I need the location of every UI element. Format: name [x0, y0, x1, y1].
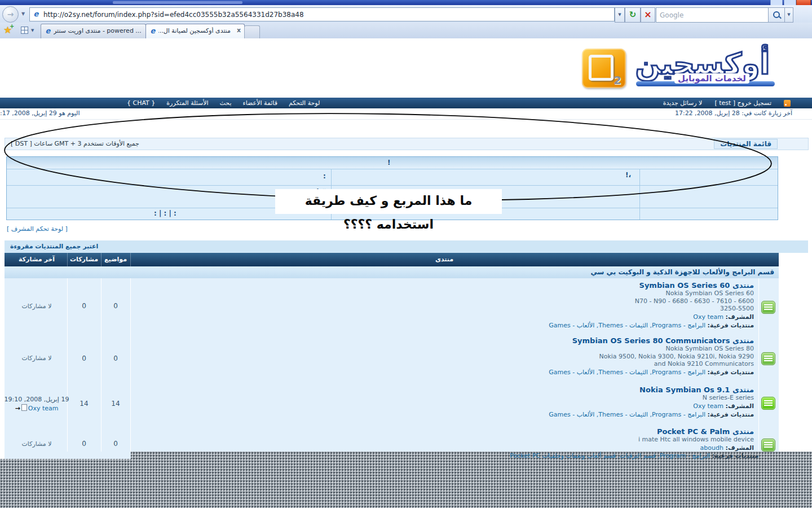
back-button[interactable]: → — [2, 6, 19, 23]
tab-oreet-center[interactable]: e منتدى اوريت سنتر - powered ... — [41, 24, 146, 38]
navbar-left-group: { CHAT } الأسئلة المتكررة بحث قائمة الأع… — [127, 99, 320, 107]
topics-count: 14 — [101, 383, 130, 424]
forum-row: لا مشاركات 0 0 منتدى Symbian OS Series 8… — [5, 334, 779, 384]
window-titlebar — [0, 0, 812, 5]
browser-address-toolbar: → ▼ e ▼ ↻ × ▼ — [0, 5, 812, 23]
subforums-label: منتديات فرعية: — [708, 411, 754, 418]
navbar-right-group: لا رسائل جديدة تسجيل خروج [ test ] — [663, 99, 791, 107]
category-title[interactable]: قسم البرامج والألعاب للاجهزة الذكية و ال… — [590, 268, 774, 276]
forum-title-link[interactable]: منتدى Symbian OS Series 80 Communicators — [130, 336, 754, 345]
forum-status-icon-new — [761, 397, 775, 410]
ie-favicon: e — [148, 27, 157, 36]
quick-tabs-icon[interactable] — [21, 27, 28, 34]
forum-title-link[interactable]: منتدى Pocket PC & Palm — [130, 427, 754, 436]
divider — [7, 185, 639, 186]
nav-faq-link[interactable]: الأسئلة المتكررة — [166, 99, 208, 107]
address-input[interactable] — [42, 8, 608, 20]
subforum-links[interactable]: البرامج - Programs, الثيمات - Themes, ال… — [549, 322, 705, 329]
divider — [0, 119, 812, 120]
forum-cell: منتدى Symbian OS Series 80 Communicators… — [130, 334, 758, 383]
mark-forums-read-link[interactable]: اعتبر جميع المنتديات مقروءة — [10, 243, 98, 250]
timezone-text: جميع الأوقات تستخدم GMT + 3 ساعات [ DST … — [11, 140, 139, 147]
forum-status-icon — [761, 439, 775, 452]
last-post-user-link[interactable]: Oxy team — [28, 405, 59, 412]
forum-title-link[interactable]: منتدى Symbian OS Series 60 — [130, 281, 754, 290]
logo-2-glyph: 2 — [614, 73, 621, 87]
quick-tabs-dropdown-icon[interactable]: ▼ — [31, 28, 34, 33]
ie-favicon: e — [43, 27, 52, 36]
header-last-post: آخر مشاركة — [6, 256, 67, 263]
no-posts-text: لا مشاركات — [21, 303, 51, 310]
rss-icon[interactable] — [784, 100, 791, 107]
last-post-page-icon[interactable] — [21, 404, 27, 411]
nav-search-link[interactable]: بحث — [220, 99, 232, 107]
stats-header-fragment: ! — [387, 159, 390, 167]
address-dropdown-button[interactable]: ▼ — [615, 7, 625, 23]
forum-description: i mate Htc all windows mobile device — [130, 436, 754, 444]
nav-chat-link[interactable]: { CHAT } — [127, 99, 155, 107]
subforum-links[interactable]: البرامج - Programs, الثيمات - Themes, ال… — [549, 411, 705, 418]
close-tab-icon[interactable]: x — [237, 27, 241, 34]
nav-memberlist-link[interactable]: قائمة الأعضاء — [243, 99, 277, 107]
forum-cell: منتدى Symbian OS Series 60 Nokia Symbian… — [130, 278, 758, 334]
moderator-cp-link[interactable]: [ لوحة تحكم المشرف ] — [7, 225, 68, 233]
refresh-button[interactable]: ↻ — [625, 7, 641, 23]
search-button[interactable] — [768, 7, 785, 23]
last-post-user: →Oxy team — [15, 404, 59, 412]
tab-label: منتدى أوكسجين لصيانة ال... — [158, 27, 231, 34]
moderator-link[interactable]: Oxy team — [693, 313, 723, 321]
search-input[interactable] — [659, 9, 766, 21]
forum-description: 3250-5500 — [130, 305, 754, 313]
nav-logout-link[interactable]: تسجيل خروج [ test ] — [714, 99, 771, 107]
forum-description: Nokia 9500, Nokia 9300, Nokia 9210i, Nok… — [130, 353, 754, 361]
annotation-question-text: ما هذا المربع و كيف طريقة استخدامه ؟؟؟؟ — [275, 189, 502, 214]
divider — [639, 169, 640, 220]
subforum-links[interactable]: البرامج - Program, قسم الترقيات, قسم ألع… — [510, 452, 710, 459]
nav-messages-link[interactable]: لا رسائل جديدة — [663, 99, 703, 107]
forum-description: Nokia Symbian OS Series 80 — [130, 345, 754, 353]
posts-count: 0 — [67, 278, 101, 334]
moderator-link[interactable]: aboudh — [700, 444, 723, 452]
back-arrow-icon: → — [7, 10, 14, 19]
forum-title-link[interactable]: منتدى Nokia Symbian Os 9.1 — [130, 386, 754, 394]
forum-index-bar: جميع الأوقات تستخدم GMT + 3 ساعات [ DST … — [5, 138, 809, 150]
subforum-links[interactable]: البرامج - Programs, الثيمات - Themes, ال… — [549, 369, 705, 376]
forum-description: N series-E series — [130, 394, 754, 402]
status-line: اليوم هو 29 إبريل, 2008, 17: آخر زيارة ك… — [0, 110, 812, 119]
today-date-text: اليوم هو 29 إبريل, 2008, 17: — [0, 110, 80, 117]
divider — [639, 208, 778, 208]
new-tab-stub[interactable] — [244, 25, 260, 38]
magnifier-icon — [773, 11, 780, 18]
stats-fragment: : | : | : — [154, 209, 176, 217]
site-logo-subtitle: لخدمات الموبايل — [674, 73, 749, 84]
goto-last-post-arrow-icon[interactable]: → — [15, 405, 20, 412]
posts-count: 14 — [67, 383, 101, 424]
moderator-link[interactable]: Oxy team — [693, 402, 723, 410]
last-post-cell: 19 إبريل, 2008, 19:10 →Oxy team — [6, 383, 67, 424]
subforums-label: منتديات فرعية: — [708, 322, 754, 329]
logo-square-glyph — [589, 55, 614, 81]
posts-count: 0 — [67, 334, 101, 383]
forum-description: and Nokia 9210 Communicators — [130, 360, 754, 368]
last-post-cell: لا مشاركات — [6, 278, 67, 334]
last-post-date: 19 إبريل, 2008, 19:10 — [5, 396, 69, 403]
nav-ucp-link[interactable]: لوحة التحكم — [289, 99, 320, 107]
no-posts-text: لا مشاركات — [21, 440, 51, 448]
forum-description: Nokia Symbian OS Series 60 — [130, 290, 754, 297]
forum-cell: منتدى Nokia Symbian Os 9.1 N series-E se… — [130, 383, 758, 424]
history-dropdown-icon[interactable]: ▼ — [21, 11, 25, 16]
moderator-label: المشرف: — [726, 444, 754, 452]
search-dropdown-button[interactable]: ▼ — [784, 7, 793, 23]
site-logo-icon: 2 — [582, 49, 626, 88]
margin-patch — [0, 452, 5, 459]
forum-index-link[interactable]: قائمة المنتديات — [714, 139, 778, 149]
address-bar[interactable]: e — [29, 7, 615, 21]
add-favorite-plus-icon: + — [10, 23, 14, 29]
window-title-fragment — [113, 1, 242, 4]
tab-oxygen-forum[interactable]: e منتدى أوكسجين لصيانة ال... x — [145, 24, 245, 39]
stop-button[interactable]: × — [641, 7, 655, 23]
search-box[interactable] — [656, 7, 769, 23]
gray-dotted-band — [0, 452, 812, 508]
browser-tab-bar: ★ + ▼ e منتدى اوريت سنتر - powered ... e… — [0, 23, 812, 39]
screen: → ▼ e ▼ ↻ × ▼ ★ + ▼ e منتدى اوريت سنتر -… — [0, 0, 812, 508]
